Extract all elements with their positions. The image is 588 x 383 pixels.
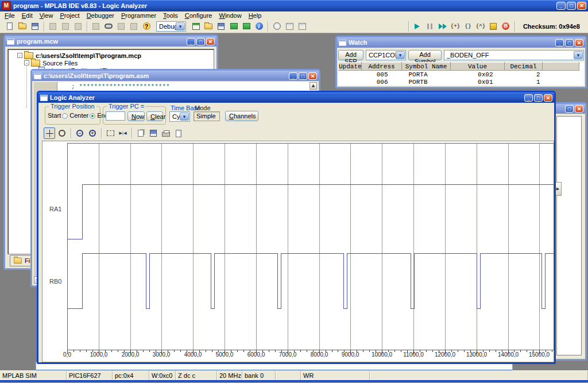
- watch-row[interactable]: 006PORTB0x011: [339, 78, 579, 86]
- open-project-icon[interactable]: [203, 21, 214, 32]
- print-preview-icon[interactable]: [173, 127, 184, 139]
- editor-minimize-button[interactable]: _: [289, 72, 297, 80]
- sfr-window-icon[interactable]: [296, 21, 308, 32]
- menu-help[interactable]: Help: [245, 12, 265, 19]
- run-icon[interactable]: [412, 21, 423, 32]
- build-config-combo[interactable]: Debug: [156, 21, 186, 32]
- step-out-icon[interactable]: {^}: [475, 21, 486, 32]
- menu-window[interactable]: Window: [216, 12, 245, 19]
- menu-edit[interactable]: Edit: [18, 12, 36, 19]
- watch-column-header[interactable]: Update: [339, 63, 362, 71]
- menu-programmer[interactable]: Programmer: [118, 12, 160, 19]
- la-close-button[interactable]: ✕: [544, 94, 552, 102]
- checksum-label: Checksum:: [523, 23, 557, 30]
- maximize-button[interactable]: □: [567, 2, 576, 10]
- la-minimize-button[interactable]: _: [524, 94, 533, 102]
- editor-close-button[interactable]: ✕: [308, 72, 317, 80]
- copy-icon[interactable]: [60, 21, 71, 32]
- make-icon[interactable]: [241, 21, 252, 32]
- menu-tools[interactable]: Tools: [160, 12, 181, 19]
- watch-maximize-button[interactable]: □: [565, 39, 574, 47]
- watch-column-header[interactable]: Address: [362, 63, 402, 71]
- build-options-icon[interactable]: [190, 21, 202, 32]
- copy-waveform-icon[interactable]: [135, 127, 146, 139]
- menu-configure[interactable]: Configure: [181, 12, 216, 19]
- editor-maximize-button[interactable]: □: [299, 72, 307, 80]
- paste-icon[interactable]: [72, 21, 84, 32]
- add-sfr-button[interactable]: Add SFR: [338, 50, 363, 60]
- menu-project[interactable]: Project: [56, 12, 83, 19]
- close-button[interactable]: ✕: [577, 2, 586, 10]
- trigger-center-radio[interactable]: [90, 113, 95, 119]
- reset-icon[interactable]: [488, 21, 499, 32]
- stimulus-icon[interactable]: [284, 21, 295, 32]
- bookmark-icon[interactable]: [128, 21, 140, 32]
- time-base-combo[interactable]: Cyc: [169, 111, 190, 122]
- menu-debugger[interactable]: Debugger: [83, 12, 118, 19]
- menu-view[interactable]: View: [36, 12, 57, 19]
- watch-column-header[interactable]: Symbol Name: [402, 63, 451, 71]
- select-region-icon[interactable]: [105, 127, 116, 139]
- tree-expander-icon[interactable]: -: [17, 53, 22, 58]
- halt-icon[interactable]: [424, 21, 436, 32]
- animate-icon[interactable]: [437, 21, 448, 32]
- watch-row[interactable]: 005PORTA0x022: [339, 71, 579, 79]
- save-waveform-icon[interactable]: [148, 127, 159, 139]
- watch-close-button[interactable]: ✕: [575, 39, 583, 47]
- open-file-icon[interactable]: [17, 21, 28, 32]
- stopwatch-icon[interactable]: [271, 21, 283, 32]
- breakpoint-icon[interactable]: B: [500, 21, 512, 32]
- find-next-icon[interactable]: [115, 21, 127, 32]
- watch-window-icon: [339, 40, 346, 46]
- tree-expander-icon[interactable]: -: [24, 60, 29, 65]
- bg-window-close-button[interactable]: ✕: [575, 105, 583, 113]
- print-waveform-icon[interactable]: [160, 127, 172, 139]
- minimize-button[interactable]: _: [556, 2, 566, 10]
- trigger-now-button[interactable]: Now: [127, 111, 145, 121]
- watch-cell: [339, 71, 362, 79]
- symbol-combo[interactable]: _BODEN_OFF: [444, 50, 584, 60]
- la-maximize-button[interactable]: □: [534, 94, 543, 102]
- watch-column-header[interactable]: [543, 63, 579, 71]
- trigger-start-radio[interactable]: [62, 113, 68, 119]
- tree-item-folder[interactable]: -Source Files: [24, 59, 78, 67]
- snap-markers-icon[interactable]: ▶|◀: [117, 127, 129, 139]
- watch-column-header[interactable]: Decimal: [505, 63, 543, 71]
- mode-value: Simple: [196, 113, 216, 119]
- trigger-center-label: Center: [69, 112, 88, 119]
- cut-icon[interactable]: [47, 21, 59, 32]
- menu-bar: FileEditViewProjectDebuggerProgrammerToo…: [0, 11, 588, 20]
- bg-window-maximize-button[interactable]: □: [565, 105, 574, 113]
- trigger-clear-button[interactable]: Clear: [146, 111, 163, 121]
- waveform-plot[interactable]: [67, 143, 554, 362]
- step-into-icon[interactable]: {+}: [450, 21, 461, 32]
- tree-item-folder[interactable]: -c:\users\Zsolt\temp\T\program.mcp: [17, 52, 141, 59]
- watch-column-header[interactable]: Value: [451, 63, 505, 71]
- pan-icon[interactable]: [44, 127, 55, 139]
- menu-file[interactable]: File: [1, 12, 18, 19]
- find-icon[interactable]: [103, 21, 114, 32]
- project-maximize-button[interactable]: □: [196, 38, 205, 45]
- zoom-in-icon[interactable]: +: [87, 127, 98, 139]
- scroll-up-icon[interactable]: ▲: [310, 82, 317, 90]
- watch-cell: 0x01: [451, 78, 505, 86]
- watch-minimize-button[interactable]: _: [555, 39, 564, 47]
- add-symbol-button[interactable]: Add Symbol: [408, 50, 442, 60]
- trigger-pc-input[interactable]: [106, 111, 125, 121]
- about-icon[interactable]: i: [253, 21, 265, 32]
- waveform-trace-ra1: [67, 185, 554, 239]
- build-all-icon[interactable]: [228, 21, 239, 32]
- save-workspace-icon[interactable]: [29, 21, 41, 32]
- print-icon[interactable]: [90, 21, 102, 32]
- zoom-cursor-icon[interactable]: [56, 127, 68, 139]
- help-icon[interactable]: ?: [141, 21, 152, 32]
- mode-label: Mode: [195, 105, 211, 111]
- new-file-icon[interactable]: [4, 21, 16, 32]
- step-over-icon[interactable]: {}: [462, 21, 474, 32]
- channels-button[interactable]: Channels: [225, 111, 258, 121]
- zoom-out-icon[interactable]: −: [74, 127, 86, 139]
- project-close-button[interactable]: ✕: [206, 38, 215, 45]
- project-minimize-button[interactable]: _: [187, 38, 195, 45]
- sfr-combo[interactable]: CCP1CON: [366, 50, 406, 60]
- save-project-icon[interactable]: [215, 21, 227, 32]
